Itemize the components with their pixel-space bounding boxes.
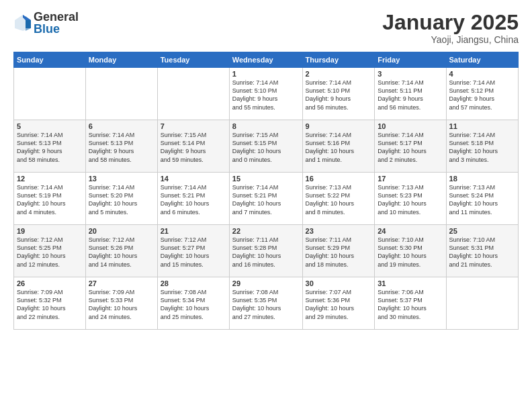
svg-marker-3: [26, 20, 31, 28]
day-number: 26: [17, 279, 83, 287]
day-number: 9: [306, 122, 372, 130]
day-number: 2: [306, 70, 372, 78]
day-info: Sunrise: 7:08 AMSunset: 5:35 PMDaylight:…: [232, 288, 300, 321]
calendar-cell: 1Sunrise: 7:14 AMSunset: 5:10 PMDaylight…: [229, 68, 302, 120]
day-number: 24: [378, 227, 443, 235]
day-number: 1: [232, 70, 300, 78]
day-info: Sunrise: 7:14 AMSunset: 5:20 PMDaylight:…: [89, 183, 154, 216]
day-info: Sunrise: 7:07 AMSunset: 5:36 PMDaylight:…: [306, 288, 372, 321]
logo-text: General Blue: [34, 11, 79, 35]
day-number: 19: [17, 227, 83, 235]
day-number: 7: [161, 122, 226, 130]
calendar-cell: [446, 277, 518, 330]
week-row-0: 1Sunrise: 7:14 AMSunset: 5:10 PMDaylight…: [14, 68, 519, 120]
day-number: 13: [89, 175, 154, 183]
day-info: Sunrise: 7:10 AMSunset: 5:31 PMDaylight:…: [449, 236, 515, 269]
calendar-cell: 4Sunrise: 7:14 AMSunset: 5:12 PMDaylight…: [446, 68, 518, 120]
header-row: Sunday Monday Tuesday Wednesday Thursday…: [14, 52, 519, 68]
calendar-cell: 31Sunrise: 7:06 AMSunset: 5:37 PMDayligh…: [375, 277, 446, 330]
calendar-cell: [14, 68, 86, 120]
calendar-cell: 7Sunrise: 7:15 AMSunset: 5:14 PMDaylight…: [157, 120, 229, 173]
day-info: Sunrise: 7:14 AMSunset: 5:10 PMDaylight:…: [306, 79, 372, 111]
week-row-1: 5Sunrise: 7:14 AMSunset: 5:13 PMDaylight…: [14, 120, 519, 173]
day-number: 14: [161, 175, 226, 183]
week-row-2: 12Sunrise: 7:14 AMSunset: 5:19 PMDayligh…: [14, 173, 519, 225]
calendar-cell: 26Sunrise: 7:09 AMSunset: 5:32 PMDayligh…: [14, 277, 86, 330]
calendar-cell: 16Sunrise: 7:13 AMSunset: 5:22 PMDayligh…: [302, 173, 375, 225]
day-number: 28: [161, 279, 226, 287]
calendar-cell: [85, 68, 157, 120]
day-number: 18: [449, 175, 515, 183]
day-number: 3: [378, 70, 443, 78]
day-info: Sunrise: 7:12 AMSunset: 5:25 PMDaylight:…: [17, 236, 83, 269]
day-info: Sunrise: 7:14 AMSunset: 5:21 PMDaylight:…: [232, 183, 300, 216]
day-number: 12: [17, 175, 83, 183]
day-number: 4: [449, 70, 515, 78]
calendar-cell: 10Sunrise: 7:14 AMSunset: 5:17 PMDayligh…: [375, 120, 446, 173]
col-sunday: Sunday: [14, 52, 86, 68]
calendar-cell: 9Sunrise: 7:14 AMSunset: 5:16 PMDaylight…: [302, 120, 375, 173]
day-number: 6: [89, 122, 154, 130]
day-info: Sunrise: 7:14 AMSunset: 5:11 PMDaylight:…: [378, 79, 443, 111]
day-info: Sunrise: 7:11 AMSunset: 5:28 PMDaylight:…: [232, 236, 300, 269]
month-title: January 2025: [382, 11, 519, 34]
col-tuesday: Tuesday: [157, 52, 229, 68]
day-info: Sunrise: 7:15 AMSunset: 5:14 PMDaylight:…: [161, 131, 226, 164]
day-number: 8: [232, 122, 300, 130]
calendar-cell: 29Sunrise: 7:08 AMSunset: 5:35 PMDayligh…: [229, 277, 302, 330]
day-info: Sunrise: 7:14 AMSunset: 5:21 PMDaylight:…: [161, 183, 226, 216]
calendar-cell: 3Sunrise: 7:14 AMSunset: 5:11 PMDaylight…: [375, 68, 446, 120]
day-number: 21: [161, 227, 226, 235]
day-info: Sunrise: 7:14 AMSunset: 5:13 PMDaylight:…: [89, 131, 154, 164]
day-info: Sunrise: 7:09 AMSunset: 5:32 PMDaylight:…: [17, 288, 83, 321]
calendar-cell: 20Sunrise: 7:12 AMSunset: 5:26 PMDayligh…: [85, 225, 157, 277]
day-info: Sunrise: 7:14 AMSunset: 5:12 PMDaylight:…: [449, 79, 515, 111]
week-row-3: 19Sunrise: 7:12 AMSunset: 5:25 PMDayligh…: [14, 225, 519, 277]
day-info: Sunrise: 7:14 AMSunset: 5:13 PMDaylight:…: [17, 131, 83, 164]
calendar-cell: 5Sunrise: 7:14 AMSunset: 5:13 PMDaylight…: [14, 120, 86, 173]
calendar-body: 1Sunrise: 7:14 AMSunset: 5:10 PMDaylight…: [14, 68, 519, 330]
calendar-cell: 18Sunrise: 7:13 AMSunset: 5:24 PMDayligh…: [446, 173, 518, 225]
subtitle: Yaoji, Jiangsu, China: [382, 34, 519, 45]
week-row-4: 26Sunrise: 7:09 AMSunset: 5:32 PMDayligh…: [14, 277, 519, 330]
calendar-cell: 27Sunrise: 7:09 AMSunset: 5:33 PMDayligh…: [85, 277, 157, 330]
calendar-cell: 28Sunrise: 7:08 AMSunset: 5:34 PMDayligh…: [157, 277, 229, 330]
day-number: 10: [378, 122, 443, 130]
calendar-cell: 17Sunrise: 7:13 AMSunset: 5:23 PMDayligh…: [375, 173, 446, 225]
day-number: 27: [89, 279, 154, 287]
day-number: 5: [17, 122, 83, 130]
day-info: Sunrise: 7:10 AMSunset: 5:30 PMDaylight:…: [378, 236, 443, 269]
day-number: 16: [306, 175, 372, 183]
day-info: Sunrise: 7:14 AMSunset: 5:19 PMDaylight:…: [17, 183, 83, 216]
col-monday: Monday: [85, 52, 157, 68]
header: General Blue January 2025 Yaoji, Jiangsu…: [13, 11, 519, 45]
logo: General Blue: [13, 11, 79, 35]
day-number: 20: [89, 227, 154, 235]
day-number: 30: [306, 279, 372, 287]
day-number: 29: [232, 279, 300, 287]
day-number: 15: [232, 175, 300, 183]
calendar-cell: 15Sunrise: 7:14 AMSunset: 5:21 PMDayligh…: [229, 173, 302, 225]
title-area: January 2025 Yaoji, Jiangsu, China: [382, 11, 519, 45]
day-info: Sunrise: 7:15 AMSunset: 5:15 PMDaylight:…: [232, 131, 300, 164]
logo-general: General: [34, 11, 79, 23]
day-info: Sunrise: 7:14 AMSunset: 5:18 PMDaylight:…: [449, 131, 515, 164]
calendar-cell: 14Sunrise: 7:14 AMSunset: 5:21 PMDayligh…: [157, 173, 229, 225]
day-info: Sunrise: 7:12 AMSunset: 5:26 PMDaylight:…: [89, 236, 154, 269]
col-wednesday: Wednesday: [229, 52, 302, 68]
calendar-header: Sunday Monday Tuesday Wednesday Thursday…: [14, 52, 519, 68]
day-info: Sunrise: 7:13 AMSunset: 5:23 PMDaylight:…: [378, 183, 443, 216]
calendar-cell: 23Sunrise: 7:11 AMSunset: 5:29 PMDayligh…: [302, 225, 375, 277]
day-number: 11: [449, 122, 515, 130]
day-info: Sunrise: 7:13 AMSunset: 5:24 PMDaylight:…: [449, 183, 515, 216]
col-friday: Friday: [375, 52, 446, 68]
day-info: Sunrise: 7:08 AMSunset: 5:34 PMDaylight:…: [161, 288, 226, 321]
page: General Blue January 2025 Yaoji, Jiangsu…: [0, 0, 532, 411]
calendar-cell: 11Sunrise: 7:14 AMSunset: 5:18 PMDayligh…: [446, 120, 518, 173]
day-info: Sunrise: 7:12 AMSunset: 5:27 PMDaylight:…: [161, 236, 226, 269]
day-info: Sunrise: 7:09 AMSunset: 5:33 PMDaylight:…: [89, 288, 154, 321]
day-info: Sunrise: 7:14 AMSunset: 5:10 PMDaylight:…: [232, 79, 300, 111]
day-info: Sunrise: 7:14 AMSunset: 5:16 PMDaylight:…: [306, 131, 372, 164]
col-saturday: Saturday: [446, 52, 518, 68]
day-info: Sunrise: 7:13 AMSunset: 5:22 PMDaylight:…: [306, 183, 372, 216]
